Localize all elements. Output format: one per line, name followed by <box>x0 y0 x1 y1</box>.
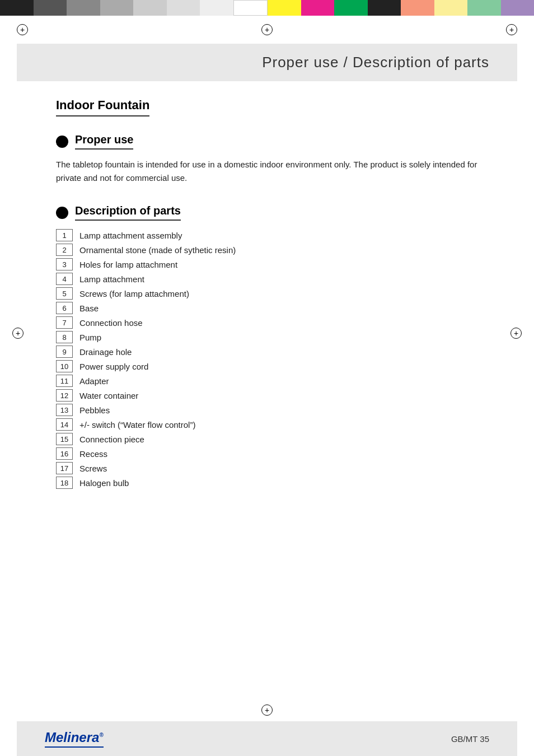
part-number-2: 2 <box>56 244 73 256</box>
color-segment-7 <box>200 0 233 16</box>
part-label-4: Lamp attachment <box>79 274 144 284</box>
list-item: 3 Holes for lamp attachment <box>56 258 489 270</box>
main-content: Indoor Fountain Proper use The tabletop … <box>0 81 534 525</box>
page-header: Proper use / Description of parts <box>17 44 517 81</box>
list-item: 13 Pebbles <box>56 404 489 416</box>
brand-name: Melinera® <box>45 730 104 745</box>
part-label-1: Lamp attachment assembly <box>79 231 182 240</box>
color-segment-10 <box>301 0 335 16</box>
part-label-10: Power supply cord <box>79 362 148 371</box>
reg-marks-top <box>0 16 534 44</box>
color-segment-1 <box>0 0 34 16</box>
brand-underline <box>45 746 104 748</box>
description-heading: Description of parts <box>56 204 489 221</box>
part-number-4: 4 <box>56 273 73 285</box>
part-label-17: Screws <box>79 464 107 473</box>
color-segment-16 <box>501 0 535 16</box>
part-number-16: 16 <box>56 447 73 460</box>
part-number-6: 6 <box>56 302 73 314</box>
part-label-15: Connection piece <box>79 435 144 444</box>
part-number-14: 14 <box>56 418 73 431</box>
part-label-14: +/- switch (“Water flow control”) <box>79 420 195 430</box>
list-item: 1 Lamp attachment assembly <box>56 229 489 241</box>
color-segment-8 <box>233 0 268 16</box>
bullet-icon <box>56 136 68 148</box>
list-item: 11 Adapter <box>56 375 489 387</box>
part-number-15: 15 <box>56 433 73 445</box>
description-title: Description of parts <box>75 204 181 221</box>
list-item: 6 Base <box>56 302 489 314</box>
page-footer: Melinera® GB/MT 35 <box>0 699 534 756</box>
part-number-8: 8 <box>56 331 73 343</box>
list-item: 5 Screws (for lamp attachment) <box>56 287 489 300</box>
part-number-18: 18 <box>56 477 73 489</box>
description-of-parts-section: Description of parts 1 Lamp attachment a… <box>56 204 489 489</box>
part-label-6: Base <box>79 304 99 313</box>
part-number-11: 11 <box>56 375 73 387</box>
part-label-18: Halogen bulb <box>79 478 129 488</box>
reg-mark-bottom-center <box>261 704 273 716</box>
list-item: 15 Connection piece <box>56 433 489 445</box>
part-label-3: Holes for lamp attachment <box>79 260 177 269</box>
part-number-1: 1 <box>56 229 73 241</box>
reg-mark-top-left <box>17 24 28 35</box>
color-segment-13 <box>401 0 434 16</box>
color-segment-12 <box>368 0 401 16</box>
list-item: 4 Lamp attachment <box>56 273 489 285</box>
part-number-9: 9 <box>56 346 73 358</box>
list-item: 12 Water container <box>56 389 489 402</box>
part-label-16: Recess <box>79 449 107 459</box>
parts-list: 1 Lamp attachment assembly 2 Ornamental … <box>56 229 489 489</box>
proper-use-title: Proper use <box>75 133 133 150</box>
part-label-5: Screws (for lamp attachment) <box>79 289 189 298</box>
color-bar <box>0 0 534 16</box>
color-segment-11 <box>334 0 368 16</box>
list-item: 8 Pump <box>56 331 489 343</box>
page-title: Indoor Fountain <box>56 98 149 116</box>
reg-mark-top-center <box>261 24 273 35</box>
list-item: 9 Drainage hole <box>56 346 489 358</box>
list-item: 2 Ornamental stone (made of sythetic res… <box>56 244 489 256</box>
proper-use-section: Proper use The tabletop fountain is inte… <box>56 133 489 185</box>
list-item: 16 Recess <box>56 447 489 460</box>
color-segment-5 <box>133 0 167 16</box>
part-label-7: Connection hose <box>79 318 143 328</box>
list-item: 18 Halogen bulb <box>56 477 489 489</box>
part-number-7: 7 <box>56 316 73 329</box>
color-segment-6 <box>167 0 200 16</box>
list-item: 10 Power supply cord <box>56 360 489 372</box>
color-segment-4 <box>100 0 134 16</box>
reg-mark-top-right <box>506 24 517 35</box>
bullet-icon-2 <box>56 207 68 219</box>
list-item: 17 Screws <box>56 462 489 474</box>
part-label-9: Drainage hole <box>79 347 132 357</box>
part-label-2: Ornamental stone (made of sythetic resin… <box>79 245 236 255</box>
part-number-13: 13 <box>56 404 73 416</box>
proper-use-body: The tabletop fountain is intended for us… <box>56 158 489 185</box>
list-item: 7 Connection hose <box>56 316 489 329</box>
part-number-3: 3 <box>56 258 73 270</box>
part-label-12: Water container <box>79 391 138 400</box>
footer-content: Melinera® GB/MT 35 <box>17 721 517 756</box>
proper-use-heading: Proper use <box>56 133 489 150</box>
part-number-12: 12 <box>56 389 73 402</box>
color-segment-15 <box>467 0 501 16</box>
page-info: GB/MT 35 <box>451 734 489 744</box>
part-label-8: Pump <box>79 333 101 342</box>
part-number-10: 10 <box>56 360 73 372</box>
page-header-title: Proper use / Description of parts <box>262 54 489 71</box>
part-number-5: 5 <box>56 287 73 300</box>
color-segment-3 <box>67 0 100 16</box>
color-segment-2 <box>34 0 67 16</box>
color-segment-14 <box>434 0 468 16</box>
part-label-11: Adapter <box>79 376 109 386</box>
brand-logo: Melinera® <box>45 730 104 748</box>
reg-mark-bottom <box>0 699 534 721</box>
part-label-13: Pebbles <box>79 405 110 415</box>
part-number-17: 17 <box>56 462 73 474</box>
color-segment-9 <box>268 0 301 16</box>
list-item: 14 +/- switch (“Water flow control”) <box>56 418 489 431</box>
